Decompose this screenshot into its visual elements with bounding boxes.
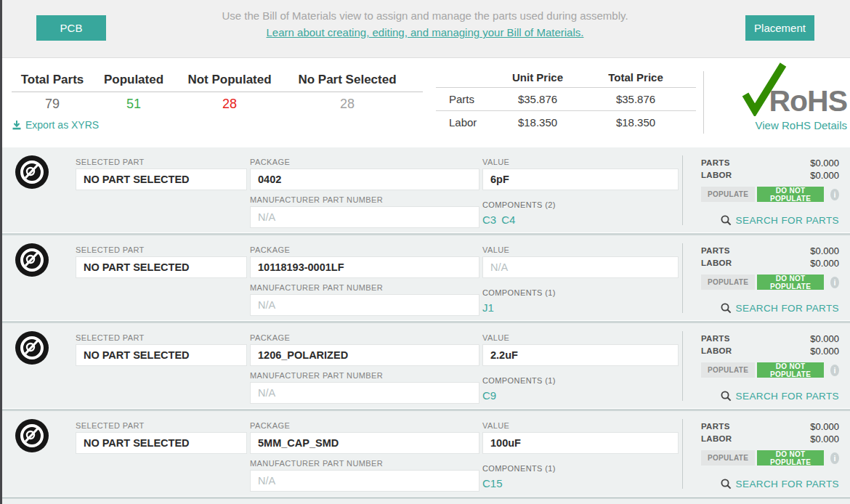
part-thumbnail-icon[interactable]: [15, 418, 49, 453]
component-ref[interactable]: J1: [482, 301, 494, 314]
mpn-label: MANUFACTURER PART NUMBER: [250, 459, 482, 468]
labor-cost-label: LABOR: [701, 169, 732, 182]
mpn-input[interactable]: [250, 294, 479, 316]
stat-label: Populated: [93, 70, 174, 89]
do-not-populate-button[interactable]: DO NOT POPULATE: [757, 450, 824, 466]
component-ref[interactable]: C15: [482, 477, 503, 489]
search-for-parts-link[interactable]: SEARCH FOR PARTS: [721, 303, 839, 314]
part-thumbnail-icon[interactable]: [15, 155, 49, 190]
export-xyrs-link[interactable]: Export as XYRS: [12, 119, 99, 131]
total-price-header: Total Price: [596, 71, 676, 84]
labor-cost-value: $0.000: [810, 433, 839, 445]
stat-value: 28: [285, 97, 410, 112]
labor-cost-value: $0.000: [810, 345, 839, 357]
value-input[interactable]: [482, 168, 679, 190]
component-refs: C3 C4: [482, 214, 681, 226]
populate-button[interactable]: POPULATE: [701, 450, 755, 466]
price-table: Unit Price Total Price Parts $35.876 $35…: [436, 67, 696, 134]
bom-row: SELECTED PART PACKAGE MANUFACTURER PART …: [0, 235, 850, 320]
download-icon: [12, 120, 22, 130]
stats-divider: [12, 92, 423, 92]
mpn-input[interactable]: [250, 206, 479, 228]
unit-price-header: Unit Price: [479, 71, 596, 84]
row-vertical-divider: [682, 419, 683, 489]
bom-row: SELECTED PART PACKAGE MANUFACTURER PART …: [0, 147, 850, 232]
package-input[interactable]: [250, 256, 479, 278]
summary-section: Total Parts 79 Populated 51 Not Populate…: [0, 58, 850, 147]
selected-part-input[interactable]: [76, 344, 247, 366]
mpn-input[interactable]: [250, 382, 479, 404]
mpn-label: MANUFACTURER PART NUMBER: [250, 371, 482, 380]
populate-button[interactable]: POPULATE: [701, 187, 755, 202]
search-for-parts-label: SEARCH FOR PARTS: [736, 215, 839, 226]
labor-cost-value: $0.000: [810, 257, 839, 269]
value-label: VALUE: [482, 158, 681, 166]
next-row-partial: [0, 499, 850, 504]
price-row-label: Parts: [436, 93, 479, 105]
row-vertical-divider: [682, 243, 683, 313]
components-label: COMPONENTS (1): [482, 376, 681, 385]
export-xyrs-label: Export as XYRS: [25, 119, 99, 131]
populate-button[interactable]: POPULATE: [701, 362, 755, 378]
labor-cost-label: LABOR: [701, 257, 732, 269]
stat-value: 28: [174, 97, 285, 112]
package-input[interactable]: [250, 168, 479, 190]
value-input[interactable]: [482, 344, 679, 366]
selected-part-label: SELECTED PART: [76, 245, 250, 254]
info-icon[interactable]: i: [830, 452, 839, 464]
selected-part-input[interactable]: [76, 168, 247, 190]
package-label: PACKAGE: [250, 421, 482, 430]
search-for-parts-link[interactable]: SEARCH FOR PARTS: [721, 479, 839, 489]
component-refs: C9: [482, 389, 681, 402]
search-icon: [721, 391, 732, 402]
component-ref[interactable]: C4: [501, 214, 515, 226]
part-thumbnail-icon[interactable]: [15, 330, 49, 365]
search-for-parts-label: SEARCH FOR PARTS: [736, 303, 839, 314]
search-for-parts-link[interactable]: SEARCH FOR PARTS: [721, 391, 839, 402]
price-row-label: Labor: [436, 116, 479, 129]
package-input[interactable]: [250, 432, 479, 454]
labor-cost-value: $0.000: [810, 169, 839, 182]
parts-cost-value: $0.000: [810, 333, 839, 345]
stat-label: No Part Selected: [285, 70, 410, 89]
info-icon[interactable]: i: [830, 189, 839, 200]
parts-cost-value: $0.000: [810, 245, 839, 257]
view-rohs-details-link[interactable]: View RoHS Details: [737, 119, 847, 131]
stat-label: Not Populated: [174, 70, 285, 89]
rohs-logo: RoHS: [737, 62, 847, 116]
component-ref[interactable]: C9: [482, 389, 496, 402]
components-label: COMPONENTS (1): [482, 464, 681, 473]
search-for-parts-link[interactable]: SEARCH FOR PARTS: [721, 215, 839, 226]
do-not-populate-button[interactable]: DO NOT POPULATE: [757, 275, 824, 290]
selected-part-input[interactable]: [76, 432, 247, 454]
selected-part-label: SELECTED PART: [76, 158, 250, 166]
bom-row: SELECTED PART PACKAGE MANUFACTURER PART …: [0, 323, 850, 408]
search-icon: [721, 303, 732, 314]
value-input[interactable]: [482, 256, 679, 278]
stat-value: 51: [93, 97, 174, 112]
info-icon[interactable]: i: [830, 365, 839, 376]
value-input[interactable]: [482, 432, 679, 454]
learn-bom-link[interactable]: Learn about creating, editing, and manag…: [267, 26, 584, 38]
populate-button[interactable]: POPULATE: [701, 275, 755, 290]
do-not-populate-button[interactable]: DO NOT POPULATE: [757, 187, 824, 202]
package-input[interactable]: [250, 344, 479, 366]
selected-part-input[interactable]: [76, 256, 247, 278]
top-header: PCB Use the Bill of Materials view to as…: [0, 0, 850, 58]
component-ref[interactable]: C3: [482, 214, 496, 226]
labor-cost-label: LABOR: [701, 433, 732, 445]
info-icon[interactable]: i: [830, 277, 839, 288]
placement-button[interactable]: Placement: [745, 15, 814, 41]
do-not-populate-button[interactable]: DO NOT POPULATE: [757, 362, 824, 378]
search-for-parts-label: SEARCH FOR PARTS: [736, 479, 839, 489]
stat-value: 79: [12, 97, 93, 112]
mpn-input[interactable]: [250, 470, 479, 492]
parts-cost-label: PARTS: [701, 245, 730, 257]
mpn-label: MANUFACTURER PART NUMBER: [250, 195, 482, 204]
part-thumbnail-icon[interactable]: [15, 243, 49, 277]
stat-label: Total Parts: [12, 70, 93, 89]
parts-cost-value: $0.000: [810, 157, 839, 169]
price-row-parts: Parts $35.876 $35.876: [436, 88, 696, 110]
summary-vertical-divider: [703, 71, 704, 134]
parts-cost-label: PARTS: [701, 420, 730, 433]
